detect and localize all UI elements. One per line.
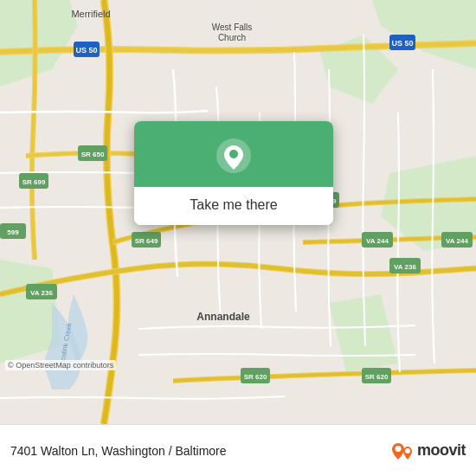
map-container: US 50 US 50 SR 699 SR 650 SR 649 SR 649 …: [0, 0, 476, 424]
svg-text:US 50: US 50: [75, 46, 97, 55]
svg-text:VA 244: VA 244: [366, 237, 389, 245]
bottom-bar: 7401 Walton Ln, Washington / Baltimore m…: [0, 424, 476, 476]
take-me-there-button[interactable]: Take me there: [146, 196, 321, 215]
svg-text:SR 649: SR 649: [135, 237, 158, 245]
svg-point-41: [405, 448, 410, 453]
svg-text:Church: Church: [218, 33, 246, 42]
svg-text:SR 620: SR 620: [365, 373, 389, 381]
svg-point-40: [395, 446, 401, 452]
svg-text:SR 650: SR 650: [81, 151, 105, 158]
popup-button-area: Take me there: [134, 187, 333, 225]
svg-text:West Falls: West Falls: [212, 23, 253, 32]
map-pin-icon: [215, 137, 253, 175]
moovit-wordmark: moovit: [417, 441, 466, 460]
address-text: 7401 Walton Ln, Washington / Baltimore: [10, 444, 383, 458]
svg-text:VA 236: VA 236: [394, 263, 416, 271]
svg-text:599: 599: [7, 228, 19, 236]
svg-text:SR 620: SR 620: [244, 373, 267, 381]
popup-green-section: [134, 121, 333, 187]
moovit-logo: moovit: [390, 439, 466, 463]
svg-text:VA 236: VA 236: [30, 289, 53, 297]
osm-attribution: © OpenStreetMap contributors: [5, 360, 116, 370]
svg-text:US 50: US 50: [391, 39, 413, 48]
svg-text:SR 699: SR 699: [23, 178, 46, 186]
svg-point-39: [229, 150, 238, 158]
svg-text:Merrifield: Merrifield: [71, 9, 110, 19]
popup-card: Take me there: [134, 121, 333, 225]
moovit-pin-icon: [390, 439, 415, 463]
svg-text:Annandale: Annandale: [196, 311, 250, 323]
svg-text:VA 244: VA 244: [446, 237, 468, 245]
